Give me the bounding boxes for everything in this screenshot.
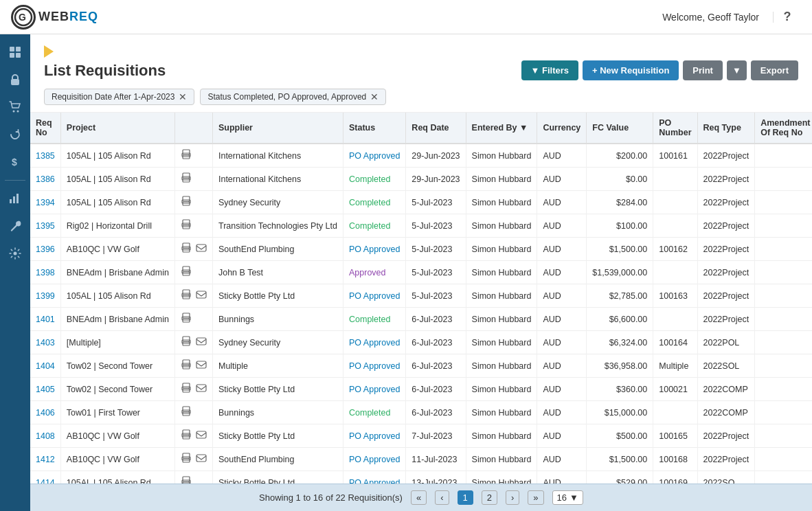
svg-rect-72 bbox=[183, 453, 190, 458]
table-row[interactable]: 1396 AB10QC | VW Golf SouthEnd Plumbing … bbox=[30, 238, 812, 261]
print-icon[interactable] bbox=[181, 289, 192, 302]
cell-req-no[interactable]: 1412 bbox=[30, 448, 60, 471]
export-button[interactable]: Export bbox=[751, 60, 798, 80]
svg-rect-48 bbox=[183, 337, 190, 341]
cell-amendment bbox=[755, 168, 812, 191]
cell-req-no[interactable]: 1386 bbox=[30, 168, 60, 191]
top-header: G WEBREQ Welcome, Geoff Taylor ? bbox=[0, 0, 812, 34]
email-icon[interactable] bbox=[196, 429, 207, 442]
table-row[interactable]: 1395 Rig02 | Horizontal Drill Transition… bbox=[30, 214, 812, 238]
print-icon[interactable] bbox=[181, 149, 192, 162]
table-row[interactable]: 1401 BNEAdm | Brisbane Admin Bunnings Co… bbox=[30, 308, 812, 331]
cell-status: PO Approved bbox=[343, 354, 406, 378]
cell-req-no[interactable]: 1405 bbox=[30, 378, 60, 401]
cell-req-no[interactable]: 1398 bbox=[30, 261, 60, 284]
cell-req-no[interactable]: 1404 bbox=[30, 354, 60, 378]
print-icon[interactable] bbox=[181, 196, 192, 209]
cell-req-no[interactable]: 1399 bbox=[30, 284, 60, 308]
table-row[interactable]: 1406 Tow01 | First Tower Bunnings Comple… bbox=[30, 401, 812, 424]
cell-req-no[interactable]: 1385 bbox=[30, 144, 60, 168]
filter-chips: Requisition Date After 1-Apr-2023 ✕ Stat… bbox=[44, 89, 798, 105]
email-icon[interactable] bbox=[196, 289, 207, 302]
print-icon[interactable] bbox=[181, 313, 192, 326]
cell-icons bbox=[174, 168, 212, 191]
table-row[interactable]: 1386 105AL | 105 Alison Rd International… bbox=[30, 168, 812, 191]
table-row[interactable]: 1414 105AL | 105 Alison Rd Sticky Bottle… bbox=[30, 471, 812, 484]
table-row[interactable]: 1394 105AL | 105 Alison Rd Sydney Securi… bbox=[30, 191, 812, 214]
page-1-button[interactable]: 1 bbox=[458, 490, 473, 505]
svg-point-75 bbox=[188, 458, 189, 459]
print-icon[interactable] bbox=[181, 383, 192, 396]
page-2-button[interactable]: 2 bbox=[482, 490, 497, 505]
print-icon[interactable] bbox=[181, 359, 192, 372]
cell-status: Completed bbox=[343, 401, 406, 424]
table-row[interactable]: 1385 105AL | 105 Alison Rd International… bbox=[30, 144, 812, 168]
svg-point-42 bbox=[188, 295, 189, 295]
table-row[interactable]: 1408 AB10QC | VW Golf Sticky Bottle Pty … bbox=[30, 424, 812, 448]
refresh-icon[interactable] bbox=[3, 122, 27, 147]
filter-date-close[interactable]: ✕ bbox=[179, 92, 187, 102]
cell-amendment bbox=[755, 448, 812, 471]
filter-status-close[interactable]: ✕ bbox=[370, 92, 379, 102]
cell-req-type: 2022POL bbox=[697, 331, 755, 354]
print-button[interactable]: Print bbox=[683, 60, 723, 80]
email-icon[interactable] bbox=[196, 242, 207, 255]
email-icon[interactable] bbox=[196, 383, 207, 396]
print-icon[interactable] bbox=[181, 242, 192, 255]
gear-icon[interactable] bbox=[3, 241, 27, 266]
cell-fc-value: $1,500.00 bbox=[587, 238, 653, 261]
print-icon[interactable] bbox=[181, 336, 192, 349]
col-entered-by[interactable]: Entered By ▼ bbox=[466, 113, 537, 144]
print-icon[interactable] bbox=[181, 476, 192, 484]
cell-currency: AUD bbox=[537, 261, 587, 284]
page-next-button[interactable]: › bbox=[506, 490, 519, 505]
table-row[interactable]: 1404 Tow02 | Second Tower Multiple PO Ap… bbox=[30, 354, 812, 378]
cart-icon[interactable] bbox=[3, 95, 27, 120]
print-icon[interactable] bbox=[181, 266, 192, 279]
page-size-selector[interactable]: 16 ▼ bbox=[552, 490, 583, 505]
email-icon[interactable] bbox=[196, 336, 207, 349]
wrench-icon[interactable] bbox=[3, 214, 27, 238]
filters-button[interactable]: ▼ Filters bbox=[521, 60, 579, 80]
dollar-icon[interactable]: $ bbox=[3, 150, 27, 174]
print-icon[interactable] bbox=[181, 406, 192, 419]
cell-req-no[interactable]: 1396 bbox=[30, 238, 60, 261]
table-row[interactable]: 1398 BNEAdm | Brisbane Admin John B Test… bbox=[30, 261, 812, 284]
table-row[interactable]: 1403 [Multiple] Sydney Security PO Appro… bbox=[30, 331, 812, 354]
cell-req-no[interactable]: 1414 bbox=[30, 471, 60, 484]
cell-req-no[interactable]: 1403 bbox=[30, 331, 60, 354]
email-icon[interactable] bbox=[196, 453, 207, 466]
page-last-button[interactable]: » bbox=[528, 490, 543, 505]
cell-project: [Multiple] bbox=[60, 331, 174, 354]
print-icon[interactable] bbox=[181, 219, 192, 232]
cell-currency: AUD bbox=[537, 331, 587, 354]
cell-req-no[interactable]: 1401 bbox=[30, 308, 60, 331]
cell-amendment bbox=[755, 308, 812, 331]
cell-project: Rig02 | Horizontal Drill bbox=[60, 214, 174, 238]
svg-text:G: G bbox=[19, 12, 26, 23]
svg-rect-62 bbox=[196, 385, 206, 391]
table-row[interactable]: 1412 AB10QC | VW Golf SouthEnd Plumbing … bbox=[30, 448, 812, 471]
cell-req-no[interactable]: 1406 bbox=[30, 401, 60, 424]
svg-point-38 bbox=[188, 271, 189, 272]
cell-fc-value: $2,785.00 bbox=[587, 284, 653, 308]
print-icon[interactable] bbox=[181, 429, 192, 442]
chart-bar-icon[interactable] bbox=[3, 186, 27, 211]
email-icon[interactable] bbox=[196, 359, 207, 372]
new-requisition-button[interactable]: + New Requisition bbox=[583, 60, 679, 80]
cell-req-type: 2022SOL bbox=[697, 354, 755, 378]
print-icon[interactable] bbox=[181, 172, 192, 185]
table-row[interactable]: 1405 Tow02 | Second Tower Sticky Bottle … bbox=[30, 378, 812, 401]
page-first-button[interactable]: « bbox=[411, 490, 427, 505]
cell-req-no[interactable]: 1408 bbox=[30, 424, 60, 448]
table-row[interactable]: 1399 105AL | 105 Alison Rd Sticky Bottle… bbox=[30, 284, 812, 308]
col-req-date: Req Date bbox=[406, 113, 466, 144]
dashboard-icon[interactable] bbox=[3, 40, 27, 65]
print-icon[interactable] bbox=[181, 453, 192, 466]
dropdown-button[interactable]: ▼ bbox=[727, 60, 747, 80]
page-prev-button[interactable]: ‹ bbox=[435, 490, 449, 505]
cell-req-no[interactable]: 1394 bbox=[30, 191, 60, 214]
lock-icon[interactable] bbox=[3, 67, 27, 92]
cell-req-no[interactable]: 1395 bbox=[30, 214, 60, 238]
help-button[interactable]: ? bbox=[774, 0, 801, 34]
